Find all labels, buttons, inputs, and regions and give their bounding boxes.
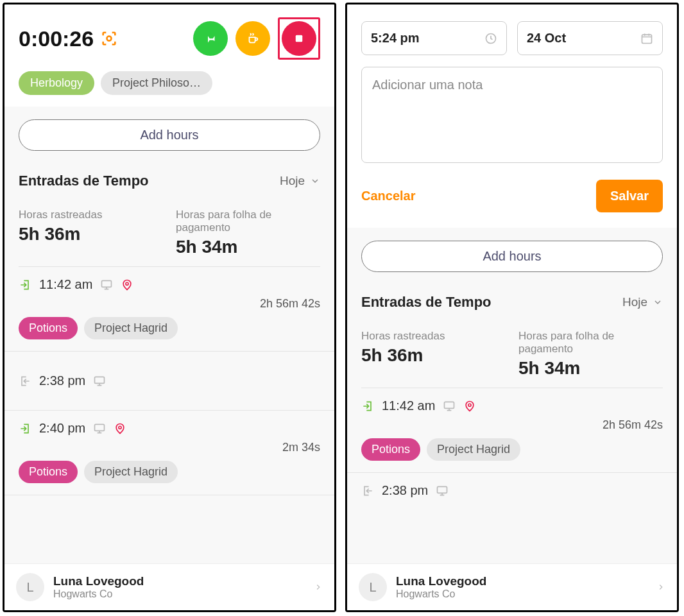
current-tags: Herbology Project Philoso… xyxy=(4,69,334,107)
entry-tags: Potions Project Hagrid xyxy=(19,317,320,339)
entry-time: 11:42 am xyxy=(39,277,92,292)
payroll-value: 5h 34m xyxy=(518,358,663,379)
chevron-down-icon xyxy=(653,297,663,307)
entry-top: 2:38 pm xyxy=(361,483,663,498)
time-entry[interactable]: 11:42 am 2h 56m 42s Potions Project Hagr… xyxy=(4,267,334,352)
time-field[interactable]: 5:24 pm xyxy=(361,21,507,55)
monitor-icon xyxy=(443,400,456,413)
user-bar[interactable]: L Luna Lovegood Hogwarts Co xyxy=(4,563,334,610)
entry-tag-secondary[interactable]: Project Hagrid xyxy=(84,461,178,483)
user-text: Luna Lovegood Hogwarts Co xyxy=(396,574,647,600)
add-hours-wrap: Add hours xyxy=(347,228,677,280)
entry-tags: Potions Project Hagrid xyxy=(361,438,663,461)
entries-header: Entradas de Tempo Hoje xyxy=(347,280,677,314)
entry-tag-secondary[interactable]: Project Hagrid xyxy=(84,317,178,339)
clock-out-icon xyxy=(19,375,31,388)
phone-right: 5:24 pm 24 Oct Adicionar uma nota Cancel… xyxy=(345,3,679,612)
avatar: L xyxy=(359,573,387,601)
svg-rect-5 xyxy=(95,424,105,431)
chevron-down-icon xyxy=(310,176,320,186)
tag-primary[interactable]: Herbology xyxy=(19,71,94,95)
time-entry[interactable]: 2:38 pm xyxy=(4,352,334,411)
time-entry[interactable]: 2:38 pm xyxy=(347,473,677,498)
monitor-icon xyxy=(436,484,449,497)
entry-top: 11:42 am xyxy=(361,398,663,413)
date-field[interactable]: 24 Oct xyxy=(517,21,663,55)
entry-duration: 2h 56m 42s xyxy=(19,297,320,311)
entry-duration: 2h 56m 42s xyxy=(361,418,663,432)
filter-label: Hoje xyxy=(280,174,305,188)
totals-row: Horas rastreadas 5h 36m Horas para folha… xyxy=(4,193,334,266)
svg-rect-11 xyxy=(438,486,447,493)
clock-in-icon xyxy=(19,278,31,291)
time-entry[interactable]: 2:40 pm 2m 34s Potions Project Hagrid xyxy=(4,411,334,495)
monitor-icon xyxy=(100,278,113,291)
svg-rect-4 xyxy=(95,377,105,383)
timer-wrap: 0:00:26 xyxy=(19,26,118,51)
filter-label: Hoje xyxy=(622,295,647,309)
svg-rect-1 xyxy=(296,35,303,42)
clock-out-icon xyxy=(361,484,374,497)
payroll-block: Horas para folha de pagamento 5h 34m xyxy=(518,330,663,379)
entry-time: 2:40 pm xyxy=(39,421,85,436)
payroll-label: Horas para folha de pagamento xyxy=(176,209,320,234)
tracked-value: 5h 36m xyxy=(361,345,506,366)
entry-tags: Potions Project Hagrid xyxy=(19,461,320,483)
entry-top: 2:40 pm xyxy=(19,421,320,436)
add-hours-wrap: Add hours xyxy=(4,107,334,158)
top-bar: 0:00:26 xyxy=(4,4,334,69)
entry-time: 2:38 pm xyxy=(382,483,428,498)
focus-icon[interactable] xyxy=(100,30,118,47)
add-hours-button[interactable]: Add hours xyxy=(19,119,320,151)
tag-secondary[interactable]: Project Philoso… xyxy=(101,71,212,95)
calendar-icon xyxy=(640,32,653,45)
note-placeholder: Adicionar uma nota xyxy=(372,78,483,92)
entries-filter[interactable]: Hoje xyxy=(280,174,320,188)
pin-button[interactable] xyxy=(193,21,228,56)
monitor-icon xyxy=(93,375,106,388)
time-entry[interactable]: 11:42 am 2h 56m 42s Potions Project Hagr… xyxy=(347,388,677,473)
break-button[interactable] xyxy=(235,21,270,56)
tracked-block: Horas rastreadas 5h 36m xyxy=(19,209,163,257)
user-org: Hogwarts Co xyxy=(53,588,305,600)
entry-time: 2:38 pm xyxy=(39,373,85,388)
tracked-label: Horas rastreadas xyxy=(19,209,163,221)
entry-tag-primary[interactable]: Potions xyxy=(19,317,78,339)
entry-tag-primary[interactable]: Potions xyxy=(361,438,420,461)
monitor-icon xyxy=(93,422,106,435)
user-name: Luna Lovegood xyxy=(53,574,305,588)
entry-top: 11:42 am xyxy=(19,277,320,292)
entries-header: Entradas de Tempo Hoje xyxy=(4,158,334,193)
entries-title: Entradas de Tempo xyxy=(19,173,149,189)
user-bar[interactable]: L Luna Lovegood Hogwarts Co xyxy=(347,563,677,610)
totals-row: Horas rastreadas 5h 36m Horas para folha… xyxy=(347,314,677,388)
entry-tag-primary[interactable]: Potions xyxy=(19,461,78,483)
svg-point-3 xyxy=(126,282,128,285)
chevron-right-icon xyxy=(314,583,323,592)
svg-rect-8 xyxy=(642,35,652,43)
entries-title: Entradas de Tempo xyxy=(361,294,492,311)
user-name: Luna Lovegood xyxy=(396,574,647,588)
entry-time: 11:42 am xyxy=(382,398,435,413)
payroll-block: Horas para folha de pagamento 5h 34m xyxy=(176,209,320,257)
stop-button[interactable] xyxy=(282,21,316,56)
add-hours-button[interactable]: Add hours xyxy=(361,241,663,272)
note-input[interactable]: Adicionar uma nota xyxy=(361,67,663,163)
entry-tag-secondary[interactable]: Project Hagrid xyxy=(427,438,520,461)
content-area: Add hours Entradas de Tempo Hoje Horas r… xyxy=(347,228,677,563)
avatar: L xyxy=(16,573,44,601)
phone-left: 0:00:26 Herbology Project P xyxy=(3,3,336,612)
cancel-button[interactable]: Cancelar xyxy=(361,189,416,203)
svg-rect-9 xyxy=(445,402,454,408)
content-area: Add hours Entradas de Tempo Hoje Horas r… xyxy=(4,107,334,563)
clock-icon xyxy=(484,32,497,45)
clock-in-icon xyxy=(19,422,31,435)
user-text: Luna Lovegood Hogwarts Co xyxy=(53,574,305,600)
edit-form: 5:24 pm 24 Oct Adicionar uma nota xyxy=(347,4,677,163)
save-button[interactable]: Salvar xyxy=(596,180,663,212)
clock-in-icon xyxy=(361,400,374,413)
location-icon xyxy=(463,400,476,413)
entries-filter[interactable]: Hoje xyxy=(622,295,663,309)
user-org: Hogwarts Co xyxy=(396,588,647,600)
svg-rect-2 xyxy=(102,280,112,287)
